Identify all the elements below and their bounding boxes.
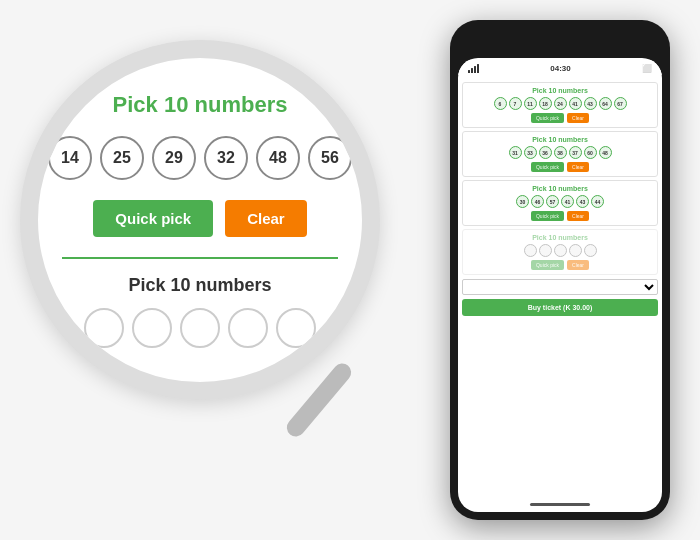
mag-ball-6[interactable]: 48 — [256, 136, 300, 180]
phone-section-4-buttons: Quick pick Clear — [467, 260, 653, 270]
phone-ball-empty[interactable] — [524, 244, 537, 257]
phone-time: 04:30 — [550, 64, 570, 73]
phone-section-4-numbers — [467, 244, 653, 257]
phone-ball-empty[interactable] — [584, 244, 597, 257]
magnifier-empty-balls — [84, 308, 316, 348]
phone-section-2-title: Pick 10 numbers — [467, 136, 653, 143]
phone-ball[interactable]: 48 — [599, 146, 612, 159]
magnifier: Pick 10 numbers 9 14 25 29 32 48 56 63 Q… — [20, 40, 380, 400]
empty-ball-4[interactable] — [228, 308, 268, 348]
magnifier-numbers-row: 9 14 25 29 32 48 56 63 — [20, 136, 380, 180]
phone-section-1-title: Pick 10 numbers — [467, 87, 653, 94]
phone-ball[interactable]: 41 — [561, 195, 574, 208]
phone-ball-empty[interactable] — [539, 244, 552, 257]
phone-ball-empty[interactable] — [554, 244, 567, 257]
phone-ball[interactable]: 30 — [516, 195, 529, 208]
empty-ball-5[interactable] — [276, 308, 316, 348]
phone-home-indicator — [530, 503, 590, 506]
phone-section-4: Pick 10 numbers Quick pick Clear — [462, 229, 658, 275]
phone-section-3-buttons: Quick pick Clear — [467, 211, 653, 221]
phone-quick-pick-1[interactable]: Quick pick — [531, 113, 564, 123]
phone-ball[interactable]: 11 — [524, 97, 537, 110]
phone-ball[interactable]: 44 — [591, 195, 604, 208]
phone-section-1-buttons: Quick pick Clear — [467, 113, 653, 123]
magnifier-title-1: Pick 10 numbers — [113, 92, 288, 118]
phone-ball[interactable]: 31 — [509, 146, 522, 159]
mag-ball-7[interactable]: 56 — [308, 136, 352, 180]
phone-quick-pick-4[interactable]: Quick pick — [531, 260, 564, 270]
mag-ball-4[interactable]: 29 — [152, 136, 196, 180]
mag-ball-5[interactable]: 32 — [204, 136, 248, 180]
phone-ball[interactable]: 38 — [554, 146, 567, 159]
phone-ball[interactable]: 64 — [599, 97, 612, 110]
magnifier-divider — [62, 257, 338, 259]
phone-ball[interactable]: 60 — [584, 146, 597, 159]
phone-section-1-numbers: 6 7 11 18 24 41 43 64 67 — [467, 97, 653, 110]
phone-ball[interactable]: 43 — [576, 195, 589, 208]
phone-ball[interactable]: 7 — [509, 97, 522, 110]
phone-section-3-title: Pick 10 numbers — [467, 185, 653, 192]
phone-ball[interactable]: 33 — [524, 146, 537, 159]
phone-ball[interactable]: 43 — [584, 97, 597, 110]
mag-ball-2[interactable]: 14 — [48, 136, 92, 180]
phone-section-3: Pick 10 numbers 30 46 57 41 43 44 Quick … — [462, 180, 658, 226]
phone-signal — [468, 64, 479, 73]
phone-ball[interactable]: 36 — [539, 146, 552, 159]
phone-clear-3[interactable]: Clear — [567, 211, 589, 221]
phone-ball[interactable]: 37 — [569, 146, 582, 159]
phone-section-2: Pick 10 numbers 31 33 36 38 37 60 48 Qui… — [462, 131, 658, 177]
magnifier-content: Pick 10 numbers 9 14 25 29 32 48 56 63 Q… — [38, 72, 362, 368]
mag-ball-3[interactable]: 25 — [100, 136, 144, 180]
phone-clear-1[interactable]: Clear — [567, 113, 589, 123]
phone-section-4-title: Pick 10 numbers — [467, 234, 653, 241]
phone-section-2-buttons: Quick pick Clear — [467, 162, 653, 172]
magnifier-buttons: Quick pick Clear — [93, 200, 306, 237]
phone-select[interactable] — [462, 279, 658, 295]
phone-ball[interactable]: 57 — [546, 195, 559, 208]
phone-ball[interactable]: 46 — [531, 195, 544, 208]
phone-screen: 04:30 ⬜ Pick 10 numbers 6 7 11 18 24 41 … — [458, 58, 662, 512]
phone-clear-2[interactable]: Clear — [567, 162, 589, 172]
phone-quick-pick-3[interactable]: Quick pick — [531, 211, 564, 221]
phone: 04:30 ⬜ Pick 10 numbers 6 7 11 18 24 41 … — [450, 20, 670, 520]
phone-ball[interactable]: 24 — [554, 97, 567, 110]
phone-battery: ⬜ — [642, 64, 652, 73]
empty-ball-3[interactable] — [180, 308, 220, 348]
magnifier-title-2: Pick 10 numbers — [128, 275, 271, 296]
phone-quick-pick-2[interactable]: Quick pick — [531, 162, 564, 172]
clear-button-bottom[interactable]: Clear — [225, 200, 307, 237]
phone-ball-empty[interactable] — [569, 244, 582, 257]
phone-buy-button[interactable]: Buy ticket (K 30.00) — [462, 299, 658, 316]
quick-pick-button[interactable]: Quick pick — [93, 200, 213, 237]
phone-ball[interactable]: 41 — [569, 97, 582, 110]
empty-ball-2[interactable] — [132, 308, 172, 348]
empty-ball-1[interactable] — [84, 308, 124, 348]
phone-section-1: Pick 10 numbers 6 7 11 18 24 41 43 64 67… — [462, 82, 658, 128]
phone-clear-4[interactable]: Clear — [567, 260, 589, 270]
phone-ball[interactable]: 18 — [539, 97, 552, 110]
phone-section-2-numbers: 31 33 36 38 37 60 48 — [467, 146, 653, 159]
phone-status-bar: 04:30 ⬜ — [458, 60, 662, 75]
phone-ball[interactable]: 67 — [614, 97, 627, 110]
phone-content: Pick 10 numbers 6 7 11 18 24 41 43 64 67… — [458, 75, 662, 324]
mag-ball-8[interactable]: 63 — [360, 136, 380, 180]
phone-section-3-numbers: 30 46 57 41 43 44 — [467, 195, 653, 208]
phone-bottom-area: Buy ticket (K 30.00) — [462, 279, 658, 316]
phone-ball[interactable]: 6 — [494, 97, 507, 110]
mag-ball-1[interactable]: 9 — [20, 136, 40, 180]
